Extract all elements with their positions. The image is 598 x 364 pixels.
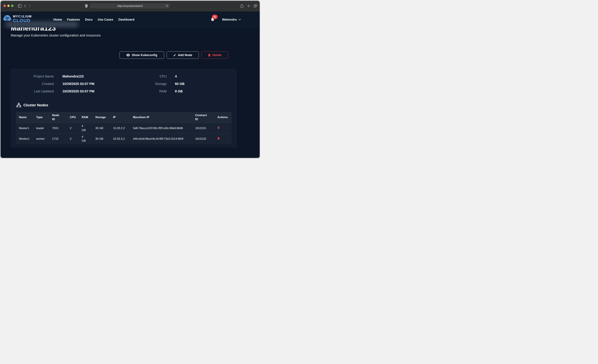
delete-node-button[interactable] [217,137,220,140]
trash-icon [208,54,211,57]
notifications-bell-icon[interactable]: 11 [211,17,215,22]
cell-contract-id: 1613132 [192,133,215,144]
cell-mycelium-ip: 5d8:78ea:a120:f40c:ff0f:a5fe:99e6:8b96 [130,123,192,133]
cell-name: Worker1 [16,133,33,144]
nav-links: Home Features Docs Use Cases Dashboard [53,12,134,27]
trash-icon [217,137,220,140]
new-tab-icon[interactable] [247,4,250,8]
cell-mycelium-ip: 446:d2a6:8bcd:8c16:ff0f:72e2:3114:863f [130,133,192,144]
cluster-nodes-title: Cluster Nodes [23,103,48,107]
forward-icon[interactable] [29,4,31,8]
delete-cluster-button[interactable]: Delete [201,51,228,59]
info-label-last-updated: Last Updated [11,90,54,93]
site-navbar: MYCLIUM CLOUD Home Features Docs Use Cas… [1,12,260,27]
minimize-window-button[interactable] [7,5,10,7]
info-label-storage: Storage [115,82,167,86]
nav-link-dashboard[interactable]: Dashboard [118,18,134,21]
zoom-window-button[interactable] [11,5,13,7]
cell-storage: 30 GB [92,123,110,133]
cell-ram: 4 GB [79,123,92,133]
share-icon[interactable] [240,4,243,8]
col-header-name: Name [16,112,33,123]
col-header-storage: Storage [92,112,110,123]
sidebar-toggle-icon[interactable] [18,4,22,8]
info-value-storage: 60 GB [167,82,236,86]
back-icon[interactable] [24,4,26,8]
page-subtitle: Manage your Kubernetes cluster configura… [11,33,100,37]
cell-contract-id: 1613131 [192,123,215,133]
info-label-cpu: CPU [115,74,167,78]
nodes-table: Name Type Node ID CPU RAM Storage IP Myc… [16,112,232,144]
network-nodes-icon [16,103,21,108]
cluster-nodes-heading: Cluster Nodes [16,103,48,108]
cell-cpu: 2 [67,133,79,144]
eye-icon [126,54,130,57]
col-header-ip: IP [110,112,130,123]
close-window-button[interactable] [3,5,6,7]
info-label-ram: RAM [115,90,167,93]
mycelium-logo-icon [3,15,12,23]
project-info-grid: Project Name Mahendra123 CPU 4 Created 1… [11,73,236,95]
cluster-details-card: Project Name Mahendra123 CPU 4 Created 1… [11,69,237,147]
shield-icon[interactable] [85,4,88,8]
nav-link-home[interactable]: Home [53,18,62,21]
nav-right: 11 Mahendra [211,12,241,27]
cell-actions [215,133,232,144]
info-value-last-updated: 10/29/2025 03:07 PM [54,90,115,93]
logo-text-mycelium: MYCLIUM [13,15,32,18]
cell-name: Master1 [16,123,33,133]
cell-actions [215,123,232,133]
nav-link-docs[interactable]: Docs [85,18,93,21]
chevron-down-icon [238,19,241,20]
browser-toolbar: https://myceliumcloud.tf [1,1,260,12]
trash-icon [217,126,220,129]
user-name: Mahendra [222,18,237,21]
logo-e-bars-icon [21,16,23,17]
col-header-ram: RAM [79,112,92,123]
url-text: https://myceliumcloud.tf [117,5,143,7]
col-header-node-id: Node ID [49,112,67,123]
tab-overview-icon[interactable] [254,4,257,8]
pencil-icon [173,54,176,57]
add-node-button[interactable]: Add Node [167,51,199,59]
cell-node-id: 7915 [49,123,67,133]
cell-cpu: 2 [67,123,79,133]
browser-window: https://myceliumcloud.tf Mahendra123 [1,1,260,158]
info-label-project-name: Project Name [11,74,54,78]
col-header-contract-id: Contract ID [192,112,215,123]
reload-icon[interactable] [166,4,168,8]
col-header-mycelium-ip: Mycelium IP [130,112,192,123]
table-row: Master1 leader 7915 2 4 GB 30 GB 10.20.2… [16,123,232,133]
info-label-created: Created [11,82,54,86]
cell-ram: 4 GB [79,133,92,144]
col-header-actions: Actions [215,112,232,123]
info-value-cpu: 4 [167,74,236,78]
info-value-ram: 8 GB [167,90,236,93]
nav-link-features[interactable]: Features [67,18,80,21]
delete-node-button[interactable] [217,126,220,130]
address-bar[interactable]: https://myceliumcloud.tf [90,3,170,8]
traffic-lights [3,5,13,7]
col-header-cpu: CPU [67,112,79,123]
nav-link-use-cases[interactable]: Use Cases [98,18,113,21]
cell-type: leader [33,123,49,133]
info-value-created: 10/29/2025 03:07 PM [54,82,115,86]
site-logo[interactable]: MYCLIUM CLOUD [3,15,32,23]
user-menu[interactable]: Mahendra [222,18,241,21]
info-value-project-name: Mahendra123 [54,74,115,78]
table-row: Worker1 worker 1715 2 4 GB 30 GB 10.20.3… [16,133,232,144]
col-header-type: Type [33,112,49,123]
cell-ip: 10.20.2.2 [110,123,130,133]
show-kubeconfig-button[interactable]: Show Kubeconfig [119,51,164,59]
notification-count-badge: 11 [212,15,218,19]
table-header-row: Name Type Node ID CPU RAM Storage IP Myc… [16,112,232,123]
cell-node-id: 1715 [49,133,67,144]
cluster-actions: Show Kubeconfig Add Node Delete [119,51,228,59]
page-content: Mahendra123 MYCLIUM CLOUD [1,12,260,158]
logo-text-cloud: CLOUD [13,18,32,23]
cell-ip: 10.20.3.2 [110,133,130,144]
cell-type: worker [33,133,49,144]
cell-storage: 30 GB [92,133,110,144]
